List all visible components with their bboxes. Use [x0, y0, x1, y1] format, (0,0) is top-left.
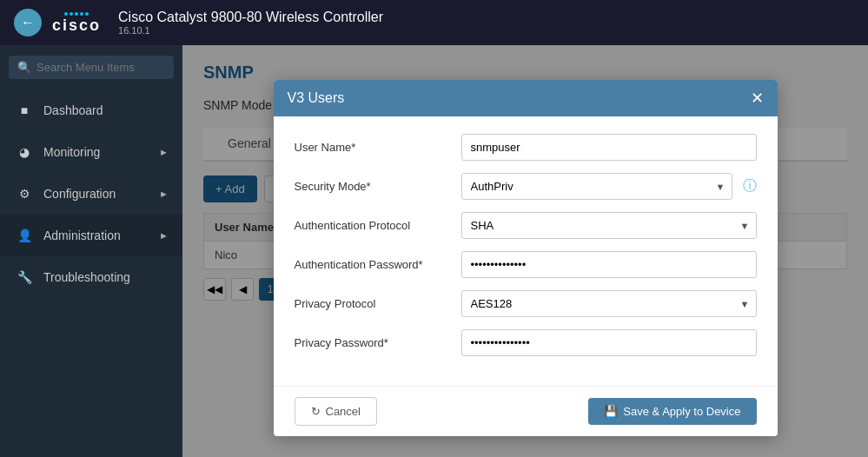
chevron-right-icon: ►: [159, 189, 169, 199]
chevron-right-icon: ►: [159, 230, 169, 241]
search-box[interactable]: 🔍: [9, 56, 174, 79]
search-input[interactable]: [36, 61, 165, 74]
privacy-protocol-label: Privacy Protocol: [295, 297, 451, 310]
modal-footer: ↻ Cancel 💾 Save & Apply to Device: [274, 386, 778, 436]
troubleshoot-icon: 🔧: [14, 267, 35, 288]
config-icon: ⚙: [14, 183, 35, 204]
sidebar-item-monitoring[interactable]: ◕ Monitoring ►: [0, 131, 182, 173]
privacy-password-input[interactable]: [461, 329, 757, 356]
save-label: Save & Apply to Device: [623, 405, 740, 418]
privacy-password-label: Privacy Password*: [295, 336, 451, 349]
sidebar: 🔍 ■ Dashboard ◕ Monitoring ► ⚙ Configura…: [0, 45, 182, 457]
form-row-privacy-protocol: Privacy Protocol AES128 AES192 AES256 DE…: [295, 290, 757, 317]
back-icon: ←: [21, 15, 35, 30]
content-area: SNMP SNMP Mode ENABLED 👁 General Communi…: [182, 45, 868, 457]
modal-overlay: V3 Users ✕ User Name* Security Mode*: [182, 45, 868, 457]
auth-password-input[interactable]: [461, 251, 757, 278]
sidebar-item-administration[interactable]: 👤 Administration ►: [0, 215, 182, 256]
sidebar-item-configuration[interactable]: ⚙ Configuration ►: [0, 173, 182, 215]
cancel-button[interactable]: ↻ Cancel: [295, 397, 377, 426]
form-row-security-mode: Security Mode* NoAuthNoPriv AuthNoPriv A…: [295, 173, 757, 200]
sidebar-item-label: Troubleshooting: [43, 270, 130, 284]
topbar: ← cisco Cisco Catalyst 9800-80 Wireless …: [0, 0, 868, 45]
auth-password-label: Authentication Password*: [295, 258, 451, 271]
app-version: 16.10.1: [118, 25, 383, 36]
security-mode-select[interactable]: NoAuthNoPriv AuthNoPriv AuthPriv: [461, 173, 732, 200]
security-mode-wrapper: NoAuthNoPriv AuthNoPriv AuthPriv ▼: [461, 173, 732, 200]
chevron-right-icon: ►: [159, 147, 169, 157]
admin-icon: 👤: [14, 225, 35, 246]
modal-body: User Name* Security Mode* NoAuthNoPriv A…: [274, 116, 778, 386]
modal-title: V3 Users: [288, 90, 345, 106]
info-icon[interactable]: ⓘ: [743, 177, 757, 195]
v3-users-modal: V3 Users ✕ User Name* Security Mode*: [274, 80, 778, 436]
monitoring-icon: ◕: [14, 142, 35, 162]
modal-close-button[interactable]: ✕: [751, 90, 764, 106]
modal-header: V3 Users ✕: [274, 80, 778, 116]
privacy-protocol-select[interactable]: AES128 AES192 AES256 DES: [461, 290, 757, 317]
username-label: User Name*: [295, 141, 451, 154]
app-title: Cisco Catalyst 9800-80 Wireless Controll…: [118, 10, 383, 25]
form-row-username: User Name*: [295, 134, 757, 161]
auth-protocol-select[interactable]: MD5 SHA: [461, 212, 757, 239]
sidebar-item-dashboard[interactable]: ■ Dashboard: [0, 89, 182, 131]
dashboard-icon: ■: [14, 100, 35, 121]
sidebar-item-label: Administration: [43, 228, 121, 242]
auth-protocol-wrapper: MD5 SHA ▼: [461, 212, 757, 239]
sidebar-item-label: Monitoring: [43, 145, 100, 159]
save-button[interactable]: 💾 Save & Apply to Device: [588, 398, 756, 425]
sidebar-item-label: Dashboard: [43, 103, 103, 117]
cancel-label: Cancel: [326, 405, 361, 418]
cancel-icon: ↻: [311, 405, 321, 418]
cisco-logo: cisco: [52, 12, 101, 33]
save-icon: 💾: [604, 405, 618, 418]
form-row-auth-password: Authentication Password*: [295, 251, 757, 278]
privacy-protocol-wrapper: AES128 AES192 AES256 DES ▼: [461, 290, 757, 317]
form-row-auth-protocol: Authentication Protocol MD5 SHA ▼: [295, 212, 757, 239]
form-row-privacy-password: Privacy Password*: [295, 329, 757, 356]
auth-protocol-label: Authentication Protocol: [295, 219, 451, 232]
username-input[interactable]: [461, 134, 757, 161]
sidebar-item-label: Configuration: [43, 187, 116, 201]
back-button[interactable]: ←: [14, 9, 42, 36]
security-mode-label: Security Mode*: [295, 180, 451, 193]
sidebar-item-troubleshooting[interactable]: 🔧 Troubleshooting: [0, 256, 182, 298]
search-icon: 🔍: [17, 61, 31, 74]
